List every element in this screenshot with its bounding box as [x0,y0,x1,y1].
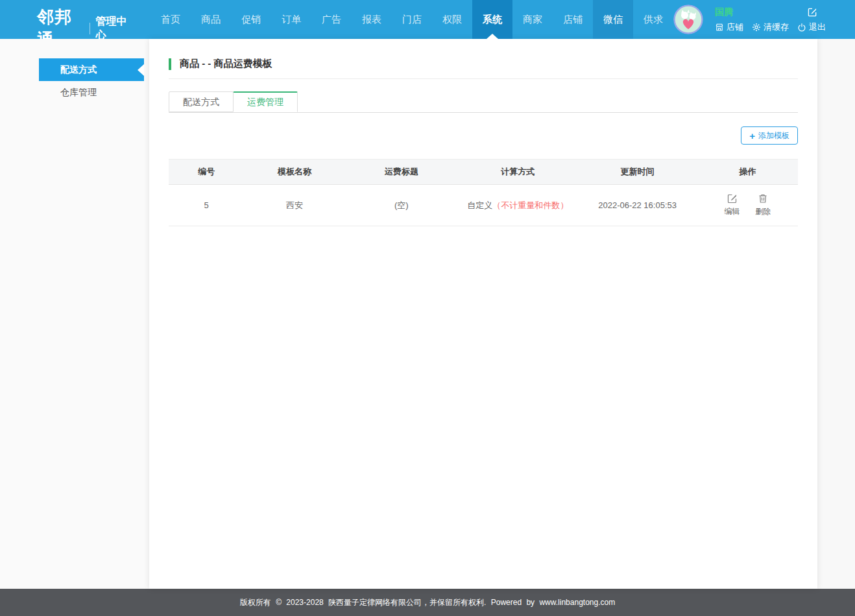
title-accent-bar [169,58,171,70]
toolbar: + 添加模板 [169,126,798,145]
edit-action[interactable]: 编辑 [725,193,740,217]
col-header-calc-method: 计算方式 [458,160,577,185]
edit-label: 编辑 [725,207,740,216]
user-info: 国腾 店铺 [715,6,817,33]
delete-action[interactable]: 删除 [755,193,771,217]
gear-icon [752,23,761,32]
cell-updated: 2022-06-22 16:05:53 [577,185,697,226]
cell-id: 5 [169,185,244,226]
col-header-freight-title: 运费标题 [345,160,459,185]
user-cluster: 国腾 店铺 [673,0,855,39]
footer: 版权所有 © 2023-2028 陕西量子定律网络有限公司，并保留所有权利. P… [0,589,855,616]
nav-item-supply[interactable]: 供求 [633,0,673,39]
shop-link[interactable]: 店铺 [715,21,743,33]
nav-item-merchants[interactable]: 商家 [512,0,553,39]
brand: 邻邦通 管理中心 BUSINESS MANAGMENT CENTER [0,0,151,39]
add-template-label: 添加模板 [758,130,789,141]
tab-delivery-method[interactable]: 配送方式 [169,91,234,112]
sidebar: 配送方式 仓库管理 [0,39,149,589]
calc-method-note: （不计重量和件数） [492,200,568,210]
col-header-actions: 操作 [697,160,798,185]
cell-actions: 编辑 删除 [697,185,798,226]
nav-item-ads[interactable]: 广告 [311,0,352,39]
col-header-template-name: 模板名称 [244,160,344,185]
power-icon [797,23,806,32]
nav-item-permissions[interactable]: 权限 [432,0,472,39]
avatar[interactable] [673,5,703,34]
clear-cache-link[interactable]: 清缓存 [752,21,789,33]
col-header-id: 编号 [169,160,244,185]
username[interactable]: 国腾 [715,6,733,18]
trash-icon [758,193,768,204]
freight-template-table: 编号 模板名称 运费标题 计算方式 更新时间 操作 5 西安 (空) 自定义（不… [169,159,798,226]
table-header-row: 编号 模板名称 运费标题 计算方式 更新时间 操作 [169,160,798,185]
page-title: 商品 - - 商品运费模板 [180,58,272,70]
delete-label: 删除 [755,207,771,216]
sidebar-item-delivery-method[interactable]: 配送方式 [39,58,144,81]
add-template-button[interactable]: + 添加模板 [741,126,798,145]
nav-item-orders[interactable]: 订单 [271,0,311,39]
page-title-row: 商品 - - 商品运费模板 [169,39,798,70]
logout-link[interactable]: 退出 [797,21,826,33]
cell-freight-title: (空) [345,185,459,226]
nav-item-reports[interactable]: 报表 [352,0,392,39]
edit-profile-icon[interactable] [808,7,817,17]
sidebar-item-warehouse[interactable]: 仓库管理 [39,81,149,104]
col-header-updated: 更新时间 [577,160,697,185]
nav-item-home[interactable]: 首页 [151,0,191,39]
tabs: 配送方式 运费管理 [169,91,798,113]
edit-icon [727,193,738,204]
tab-freight-management[interactable]: 运费管理 [233,91,298,112]
nav-item-wechat[interactable]: 微信 [593,0,633,39]
page-body: 配送方式 仓库管理 商品 - - 商品运费模板 配送方式 运费管理 + 添加模板 [0,39,855,589]
brand-separator [90,23,90,34]
logout-label: 退出 [809,21,826,33]
nav-item-goods[interactable]: 商品 [191,0,231,39]
nav-item-stores[interactable]: 门店 [392,0,432,39]
title-divider [169,78,798,79]
plus-icon: + [749,131,755,141]
content-panel: 商品 - - 商品运费模板 配送方式 运费管理 + 添加模板 [149,39,817,589]
main-nav: 首页 商品 促销 订单 广告 报表 门店 权限 系统 商家 店铺 微信 供求 [151,0,673,39]
shop-icon [715,23,724,32]
shop-label: 店铺 [727,21,743,33]
brand-subtitle-cn: 管理中心 [95,15,132,42]
calc-method-text: 自定义 [467,200,492,210]
nav-item-shops[interactable]: 店铺 [553,0,593,39]
clear-cache-label: 清缓存 [764,21,789,33]
nav-item-promotion[interactable]: 促销 [231,0,271,39]
cell-template-name: 西安 [244,185,344,226]
nav-item-system[interactable]: 系统 [472,0,512,39]
copyright-text: 版权所有 © 2023-2028 陕西量子定律网络有限公司，并保留所有权利. P… [240,598,615,607]
table-row: 5 西安 (空) 自定义（不计重量和件数） 2022-06-22 16:05:5… [169,185,798,226]
top-navbar: 邻邦通 管理中心 BUSINESS MANAGMENT CENTER 首页 商品… [0,0,855,39]
cell-calc-method: 自定义（不计重量和件数） [458,185,577,226]
